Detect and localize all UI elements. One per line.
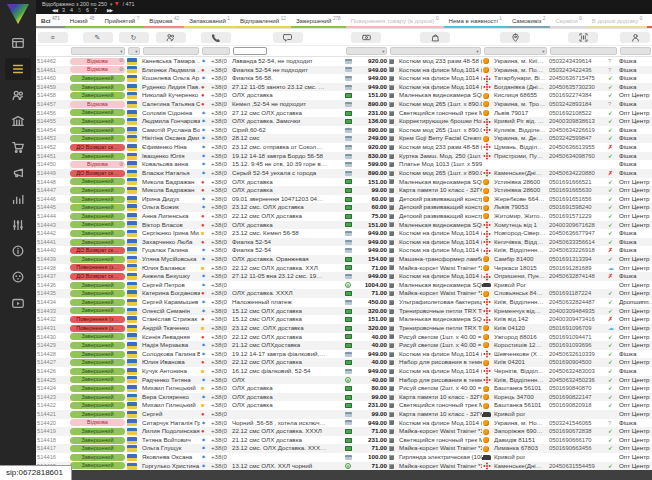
- tracking-number[interactable]: 0501691093696: [548, 341, 607, 350]
- tracking-number[interactable]: 20450634098760: [548, 152, 607, 161]
- table-row[interactable]: 514462 Відмова⊘ Каневська Тамара … +38(0…: [36, 57, 652, 66]
- table-row[interactable]: 514417 Завершений Ольга Глущук +38(0 23.…: [36, 444, 652, 453]
- info-icon[interactable]: [5, 240, 31, 262]
- tracking-number[interactable]: 0501690822147: [548, 393, 607, 402]
- tracking-number[interactable]: 0501691598240: [548, 203, 607, 212]
- tracking-number[interactable]: 0501691094471: [548, 333, 607, 342]
- table-row[interactable]: 514418 Завершений Тетяна Войтович +38(0 …: [36, 436, 652, 445]
- tracking-number[interactable]: 20450633226918: [548, 246, 607, 255]
- table-row[interactable]: 514446 Завершений Ирина Дидух +38(0 09.0…: [36, 195, 652, 204]
- table-row[interactable]: 514433 Завершений Олексій Семанін +38(0 …: [36, 307, 652, 316]
- table-row[interactable]: 514452 ДО Возврат ск… Єфименко Ніна +38(…: [36, 143, 652, 152]
- status-tab[interactable]: Повернений: [647, 14, 652, 28]
- tracking-number[interactable]: 0501692274384: [548, 91, 607, 100]
- table-row[interactable]: 514434 Завершений Сергей Карамышев +38(0…: [36, 298, 652, 307]
- table-row[interactable]: 514459 Завершений Руденко Лидия Пав… +38…: [36, 83, 652, 92]
- table-row[interactable]: 514445 Завершений Ольга Божик +38(0 23.1…: [36, 203, 652, 212]
- tracking-number[interactable]: 20450632610339: [548, 350, 607, 359]
- clients-icon[interactable]: [156, 32, 186, 43]
- table-row[interactable]: 514453 Завершений Нікітіна Оксана Дми… +…: [36, 134, 652, 143]
- last-page-icon[interactable]: ▶▶: [107, 8, 112, 13]
- status-tab[interactable]: Відмова 42: [144, 14, 184, 28]
- tracking-number[interactable]: 0501691281689: [548, 264, 607, 273]
- table-row[interactable]: 514458 Завершений Николай Кучеренко +38(…: [36, 91, 652, 100]
- table-row[interactable]: 514448 Завершений Микола Бадражан +38(0 …: [36, 178, 652, 187]
- orders-icon[interactable]: [5, 58, 31, 80]
- tracking-number[interactable]: 0501690904500: [548, 358, 607, 367]
- tracking-number[interactable]: 0501691571229: [548, 212, 607, 221]
- table-row[interactable]: 514440 ДО Возврат ск… Гуцалюк Галина +38…: [36, 246, 652, 255]
- tracking-number[interactable]: 20400309671628: [548, 221, 607, 230]
- status-tab[interactable]: Самовивіз 2: [507, 14, 551, 28]
- table-row[interactable]: 514443 Завершений Віктор Власов +38(0 ОЛ…: [36, 221, 652, 230]
- table-row[interactable]: 514432 Повернення (з… Станіслав Стрижак …: [36, 315, 652, 324]
- table-row[interactable]: 514435 Завершений Катерина Богданова +38…: [36, 289, 652, 298]
- table-row[interactable]: 514427 Завершений Юлия Иванова +38(0 22.…: [36, 358, 652, 367]
- tracking-number[interactable]: 20450634220880: [548, 169, 607, 178]
- table-row[interactable]: 514456 Завершений Соломія Сідоніна +38(0…: [36, 109, 652, 118]
- table-row[interactable]: 514442 Завершений Сергіюнко Ірина Ми… +3…: [36, 229, 652, 238]
- filter-icon[interactable]: [115, 2, 119, 6]
- tracking-scan-icon[interactable]: [568, 32, 598, 43]
- table-row[interactable]: 514441 Завершений Захарченко Люба +38(0 …: [36, 238, 652, 247]
- status-tab[interactable]: Повернення товару (в дорозі) 0: [346, 14, 444, 28]
- tracking-number[interactable]: 20400309838613: [548, 117, 607, 126]
- page-button[interactable]: 7: [94, 7, 97, 13]
- tracking-number[interactable]: 0501691665630: [548, 186, 607, 195]
- table-row[interactable]: 514419 Завершений Лилия Подолинская +38(…: [36, 427, 652, 436]
- dashboard-icon[interactable]: [5, 32, 31, 54]
- table-row[interactable]: 514431 Повернення (з… Андрій Ткаченко +3…: [36, 324, 652, 333]
- table-row[interactable]: 514454 Завершений Самотій Руслана Во… +3…: [36, 126, 652, 135]
- table-row[interactable]: 514430 Завершений Ксенія Левадняя +38(0 …: [36, 333, 652, 342]
- tracking-number[interactable]: 0503241546065: [548, 419, 607, 428]
- tracking-filter[interactable]: [550, 47, 617, 55]
- table-row[interactable]: 514438 Повернення (з… Юлия Баланюк +38(0…: [36, 264, 652, 273]
- tracking-number[interactable]: 0501690663456: [548, 444, 607, 453]
- status-tab[interactable]: Запакований 1: [184, 14, 235, 28]
- table-row[interactable]: 514426 Завершений Кучук Антонина +38(0 1…: [36, 367, 652, 376]
- country-filter[interactable]: ▾: [128, 47, 140, 55]
- payment-filter[interactable]: ▾: [346, 47, 387, 55]
- tracking-number[interactable]: 0501690672838: [548, 427, 607, 436]
- table-row[interactable]: 514415 Завершений Горгулько Христина… +3…: [36, 462, 652, 471]
- tracking-number[interactable]: 0501690840870: [548, 384, 607, 393]
- tracking-number[interactable]: 20450633356614: [548, 238, 607, 247]
- integrations-icon[interactable]: [5, 266, 31, 288]
- source-filter[interactable]: [620, 47, 651, 55]
- table-row[interactable]: 514428 Завершений Солодкова Галина В… +3…: [36, 350, 652, 359]
- page-button[interactable]: 5: [78, 7, 81, 13]
- tracking-number[interactable]: 0501691096709: [548, 324, 607, 333]
- video-icon[interactable]: [5, 292, 31, 314]
- cart-icon[interactable]: [5, 136, 31, 158]
- comment-filter[interactable]: [233, 47, 267, 55]
- tracking-number[interactable]: 20450632483003: [548, 367, 607, 376]
- status-tab[interactable]: Прийнятий 7: [99, 14, 144, 28]
- table-row[interactable]: 514421 Завершений Сергей +38(0 99.00 Кар…: [36, 410, 652, 419]
- rows-icon[interactable]: ≡: [38, 32, 68, 43]
- clients-icon[interactable]: [5, 84, 31, 106]
- phone-filter[interactable]: [202, 47, 230, 55]
- table-row[interactable]: 514450 Відмова⊘ Ковальова анна +38(0 15.…: [36, 160, 652, 169]
- tracking-number[interactable]: 0501690820918: [548, 401, 607, 410]
- tracking-number[interactable]: 0501691666521: [548, 178, 607, 187]
- tracking-number[interactable]: 20400309473416: [548, 315, 607, 324]
- tracking-number[interactable]: 20450636715475: [548, 74, 607, 83]
- table-row[interactable]: 514457 Відмова Салегина Татьяна С… +38(0…: [36, 100, 652, 109]
- product-filter[interactable]: ▾: [390, 47, 481, 55]
- tracking-number[interactable]: 20450636613955: [548, 143, 607, 152]
- table-row[interactable]: 514423 Завершений Вера Скляренко +38(0 О…: [36, 393, 652, 402]
- tracking-number[interactable]: 0501692108522: [548, 109, 607, 118]
- table-row[interactable]: 514447 Завершений Микола Бадражан +38(0 …: [36, 186, 652, 195]
- client-filter[interactable]: [143, 47, 199, 55]
- app-logo-icon[interactable]: [7, 4, 29, 24]
- tracking-number[interactable]: 20400309484935: [548, 307, 607, 316]
- manager-icon[interactable]: [620, 32, 650, 43]
- first-page-icon[interactable]: ◀◀: [52, 8, 57, 13]
- campaigns-icon[interactable]: [5, 162, 31, 184]
- tracking-number[interactable]: 0503242599847: [548, 134, 607, 143]
- tracking-number[interactable]: 20450634226619: [548, 126, 607, 135]
- table-row[interactable]: 514439 Завершений Уляна Мусійовська +38(…: [36, 255, 652, 264]
- tracking-number[interactable]: 0501691187224: [548, 289, 607, 298]
- tracking-number[interactable]: 20450635730230: [548, 83, 607, 92]
- tracking-number[interactable]: 0501690666170: [548, 436, 607, 445]
